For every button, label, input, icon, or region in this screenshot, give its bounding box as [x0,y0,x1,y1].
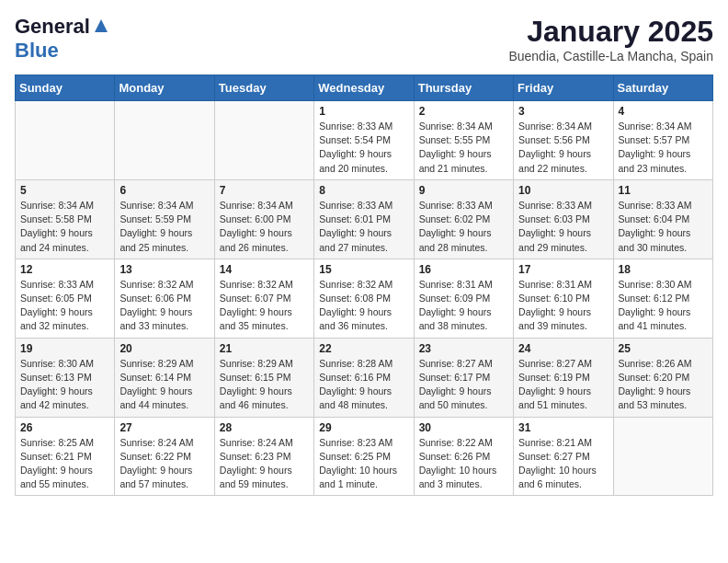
page-header: General Blue January 2025 Buendia, Casti… [15,15,713,63]
weekday-header-monday: Monday [115,75,214,101]
day-number: 7 [220,184,309,197]
day-number: 11 [619,184,708,197]
day-info: Sunrise: 8:34 AM Sunset: 6:00 PM Dayligh… [220,199,309,255]
day-number: 5 [20,184,109,197]
calendar-week-1: 1Sunrise: 8:33 AM Sunset: 5:54 PM Daylig… [16,101,713,180]
day-number: 1 [319,105,408,118]
calendar-cell: 9Sunrise: 8:33 AM Sunset: 6:02 PM Daylig… [414,179,513,259]
day-info: Sunrise: 8:33 AM Sunset: 6:03 PM Dayligh… [518,199,608,255]
calendar-cell: 17Sunrise: 8:31 AM Sunset: 6:10 PM Dayli… [514,259,613,338]
calendar-cell: 4Sunrise: 8:34 AM Sunset: 5:57 PM Daylig… [613,101,712,180]
calendar-cell: 31Sunrise: 8:21 AM Sunset: 6:27 PM Dayli… [514,417,613,496]
calendar-cell [115,101,214,180]
day-number: 20 [119,342,209,355]
weekday-header-saturday: Saturday [613,75,712,101]
calendar-cell: 15Sunrise: 8:32 AM Sunset: 6:08 PM Dayli… [314,259,414,338]
day-number: 10 [518,184,608,197]
day-number: 29 [319,421,408,434]
logo-triangle-icon [93,17,109,38]
calendar-week-4: 19Sunrise: 8:30 AM Sunset: 6:13 PM Dayli… [16,338,713,417]
day-info: Sunrise: 8:34 AM Sunset: 5:57 PM Dayligh… [619,120,708,176]
day-number: 6 [119,184,209,197]
day-info: Sunrise: 8:27 AM Sunset: 6:19 PM Dayligh… [518,357,608,413]
day-number: 26 [20,421,109,434]
day-info: Sunrise: 8:30 AM Sunset: 6:12 PM Dayligh… [619,278,708,334]
day-info: Sunrise: 8:32 AM Sunset: 6:08 PM Dayligh… [319,278,408,334]
day-info: Sunrise: 8:29 AM Sunset: 6:14 PM Dayligh… [119,357,209,413]
day-info: Sunrise: 8:24 AM Sunset: 6:23 PM Dayligh… [220,436,309,492]
title-block: January 2025 Buendia, Castille-La Mancha… [508,15,713,63]
svg-marker-0 [95,19,108,32]
calendar-cell: 5Sunrise: 8:34 AM Sunset: 5:58 PM Daylig… [16,179,115,259]
day-number: 23 [419,342,508,355]
calendar-cell: 27Sunrise: 8:24 AM Sunset: 6:22 PM Dayli… [115,417,214,496]
day-info: Sunrise: 8:33 AM Sunset: 6:04 PM Dayligh… [619,199,708,255]
calendar-cell: 24Sunrise: 8:27 AM Sunset: 6:19 PM Dayli… [514,338,613,417]
day-number: 9 [419,184,508,197]
day-info: Sunrise: 8:28 AM Sunset: 6:16 PM Dayligh… [319,357,408,413]
day-number: 14 [220,263,309,276]
calendar-cell: 18Sunrise: 8:30 AM Sunset: 6:12 PM Dayli… [613,259,712,338]
calendar-cell [613,417,712,496]
day-info: Sunrise: 8:27 AM Sunset: 6:17 PM Dayligh… [419,357,508,413]
day-info: Sunrise: 8:26 AM Sunset: 6:20 PM Dayligh… [619,357,708,413]
calendar-cell: 1Sunrise: 8:33 AM Sunset: 5:54 PM Daylig… [314,101,414,180]
day-number: 13 [119,263,209,276]
day-info: Sunrise: 8:23 AM Sunset: 6:25 PM Dayligh… [319,436,408,492]
calendar-header-row: SundayMondayTuesdayWednesdayThursdayFrid… [16,75,713,101]
day-info: Sunrise: 8:33 AM Sunset: 6:01 PM Dayligh… [319,199,408,255]
calendar-cell: 21Sunrise: 8:29 AM Sunset: 6:15 PM Dayli… [214,338,313,417]
day-number: 27 [119,421,209,434]
calendar-cell: 11Sunrise: 8:33 AM Sunset: 6:04 PM Dayli… [613,179,712,259]
calendar-cell: 30Sunrise: 8:22 AM Sunset: 6:26 PM Dayli… [414,417,513,496]
calendar-cell: 8Sunrise: 8:33 AM Sunset: 6:01 PM Daylig… [314,179,414,259]
calendar-cell: 12Sunrise: 8:33 AM Sunset: 6:05 PM Dayli… [16,259,115,338]
calendar-cell: 29Sunrise: 8:23 AM Sunset: 6:25 PM Dayli… [314,417,414,496]
day-info: Sunrise: 8:32 AM Sunset: 6:06 PM Dayligh… [119,278,209,334]
logo-text-blue: Blue [15,39,59,62]
page-title: January 2025 [508,15,713,49]
calendar-cell [214,101,313,180]
day-number: 17 [518,263,608,276]
day-info: Sunrise: 8:31 AM Sunset: 6:10 PM Dayligh… [518,278,608,334]
calendar-cell [16,101,115,180]
day-number: 24 [518,342,608,355]
calendar-cell: 28Sunrise: 8:24 AM Sunset: 6:23 PM Dayli… [214,417,313,496]
day-info: Sunrise: 8:29 AM Sunset: 6:15 PM Dayligh… [220,357,309,413]
calendar-cell: 22Sunrise: 8:28 AM Sunset: 6:16 PM Dayli… [314,338,414,417]
calendar-cell: 20Sunrise: 8:29 AM Sunset: 6:14 PM Dayli… [115,338,214,417]
calendar-cell: 7Sunrise: 8:34 AM Sunset: 6:00 PM Daylig… [214,179,313,259]
day-number: 12 [20,263,109,276]
day-info: Sunrise: 8:22 AM Sunset: 6:26 PM Dayligh… [419,436,508,492]
day-number: 30 [419,421,508,434]
day-number: 25 [619,342,708,355]
day-number: 19 [20,342,109,355]
day-info: Sunrise: 8:33 AM Sunset: 6:05 PM Dayligh… [20,278,109,334]
calendar-week-5: 26Sunrise: 8:25 AM Sunset: 6:21 PM Dayli… [16,417,713,496]
day-number: 15 [319,263,408,276]
day-number: 3 [518,105,608,118]
day-number: 18 [619,263,708,276]
day-info: Sunrise: 8:25 AM Sunset: 6:21 PM Dayligh… [20,436,109,492]
day-number: 8 [319,184,408,197]
day-number: 31 [518,421,608,434]
calendar-cell: 6Sunrise: 8:34 AM Sunset: 5:59 PM Daylig… [115,179,214,259]
day-number: 16 [419,263,508,276]
weekday-header-wednesday: Wednesday [314,75,414,101]
weekday-header-thursday: Thursday [414,75,513,101]
day-info: Sunrise: 8:24 AM Sunset: 6:22 PM Dayligh… [119,436,209,492]
day-info: Sunrise: 8:34 AM Sunset: 5:59 PM Dayligh… [119,199,209,255]
day-number: 22 [319,342,408,355]
calendar-cell: 19Sunrise: 8:30 AM Sunset: 6:13 PM Dayli… [16,338,115,417]
calendar-cell: 10Sunrise: 8:33 AM Sunset: 6:03 PM Dayli… [514,179,613,259]
day-info: Sunrise: 8:34 AM Sunset: 5:55 PM Dayligh… [419,120,508,176]
calendar-table: SundayMondayTuesdayWednesdayThursdayFrid… [15,75,713,496]
day-info: Sunrise: 8:30 AM Sunset: 6:13 PM Dayligh… [20,357,109,413]
day-info: Sunrise: 8:33 AM Sunset: 5:54 PM Dayligh… [319,120,408,176]
calendar-week-3: 12Sunrise: 8:33 AM Sunset: 6:05 PM Dayli… [16,259,713,338]
day-info: Sunrise: 8:31 AM Sunset: 6:09 PM Dayligh… [419,278,508,334]
page-subtitle: Buendia, Castille-La Mancha, Spain [508,49,713,63]
calendar-cell: 3Sunrise: 8:34 AM Sunset: 5:56 PM Daylig… [514,101,613,180]
day-info: Sunrise: 8:21 AM Sunset: 6:27 PM Dayligh… [518,436,608,492]
calendar-cell: 16Sunrise: 8:31 AM Sunset: 6:09 PM Dayli… [414,259,513,338]
